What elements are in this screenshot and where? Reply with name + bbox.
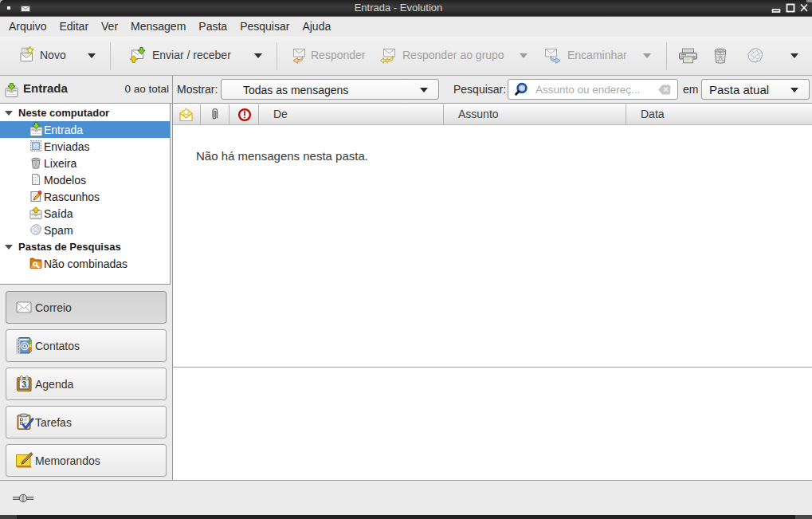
svg-text:3: 3 bbox=[22, 379, 26, 389]
